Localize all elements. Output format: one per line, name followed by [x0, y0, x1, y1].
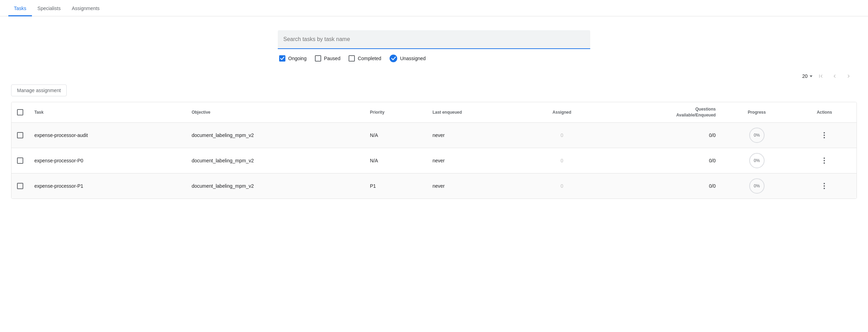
table-row: expense-processor-audit document_labelin…	[11, 122, 857, 148]
filter-paused-label: Paused	[324, 56, 340, 61]
cell-priority-1: N/A	[365, 148, 427, 173]
row-checkbox-1[interactable]	[17, 157, 23, 164]
progress-circle-2: 0%	[749, 178, 765, 194]
cell-questions-0: 0/0	[598, 122, 721, 148]
col-header-actions: Actions	[792, 102, 857, 122]
main-content: Ongoing Paused Completed Unassigned 20	[0, 16, 868, 207]
cell-task-0: expense-processor-audit	[29, 122, 186, 148]
search-container	[278, 30, 590, 49]
tab-assignments[interactable]: Assignments	[66, 0, 105, 16]
select-all-checkbox[interactable]	[17, 109, 23, 115]
filter-ongoing-label: Ongoing	[288, 56, 307, 61]
cell-objective-1: document_labeling_mpm_v2	[186, 148, 365, 173]
page-size-selector[interactable]: 20	[802, 73, 812, 79]
filter-completed-label: Completed	[358, 56, 381, 61]
tasks-table: Task Objective Priority Last enqueued As…	[11, 102, 857, 199]
cell-last-enqueued-0: never	[427, 122, 526, 148]
col-header-task: Task	[29, 102, 186, 122]
table-row: expense-processor-P0 document_labeling_m…	[11, 148, 857, 173]
search-underline	[278, 48, 590, 49]
row-checkbox-2[interactable]	[17, 183, 23, 189]
cell-questions-2: 0/0	[598, 173, 721, 199]
progress-circle-1: 0%	[749, 153, 765, 168]
cell-progress-1: 0%	[721, 148, 792, 173]
col-header-assigned: Assigned	[526, 102, 598, 122]
page-size-value: 20	[802, 73, 808, 79]
cell-priority-2: P1	[365, 173, 427, 199]
row-actions-menu-1[interactable]	[798, 156, 851, 165]
prev-page-button[interactable]	[829, 71, 840, 82]
table-header-row: Task Objective Priority Last enqueued As…	[11, 102, 857, 122]
col-header-progress: Progress	[721, 102, 792, 122]
filters-row: Ongoing Paused Completed Unassigned	[278, 55, 590, 62]
progress-circle-0: 0%	[749, 128, 765, 143]
filter-completed[interactable]: Completed	[349, 55, 381, 62]
cell-task-2: expense-processor-P1	[29, 173, 186, 199]
col-header-priority: Priority	[365, 102, 427, 122]
cell-last-enqueued-2: never	[427, 173, 526, 199]
cell-assigned-0: 0	[526, 122, 598, 148]
search-input[interactable]	[283, 36, 585, 42]
row-actions-menu-0[interactable]	[798, 131, 851, 140]
cell-objective-2: document_labeling_mpm_v2	[186, 173, 365, 199]
cell-priority-0: N/A	[365, 122, 427, 148]
tabs-bar: Tasks Specialists Assignments	[0, 0, 868, 16]
row-checkbox-0[interactable]	[17, 132, 23, 138]
checkbox-unassigned[interactable]	[390, 55, 397, 62]
search-wrapper	[278, 30, 590, 48]
cell-objective-0: document_labeling_mpm_v2	[186, 122, 365, 148]
manage-assignment-row: Manage assignment	[11, 84, 857, 96]
cell-progress-2: 0%	[721, 173, 792, 199]
checkbox-completed[interactable]	[349, 55, 355, 62]
checkbox-paused[interactable]	[315, 55, 321, 62]
pagination-row: 20	[11, 71, 857, 82]
table-row: expense-processor-P1 document_labeling_m…	[11, 173, 857, 199]
first-page-button[interactable]	[815, 71, 826, 82]
cell-progress-0: 0%	[721, 122, 792, 148]
filter-unassigned-label: Unassigned	[400, 56, 426, 61]
tab-tasks[interactable]: Tasks	[8, 0, 32, 16]
cell-actions-2	[792, 173, 857, 199]
filter-ongoing[interactable]: Ongoing	[279, 55, 307, 62]
col-header-last-enqueued: Last enqueued	[427, 102, 526, 122]
manage-assignment-button[interactable]: Manage assignment	[11, 84, 67, 96]
filter-unassigned[interactable]: Unassigned	[390, 55, 426, 62]
cell-last-enqueued-1: never	[427, 148, 526, 173]
next-page-button[interactable]	[843, 71, 854, 82]
col-header-objective: Objective	[186, 102, 365, 122]
filter-paused[interactable]: Paused	[315, 55, 340, 62]
cell-assigned-1: 0	[526, 148, 598, 173]
cell-actions-1	[792, 148, 857, 173]
cell-task-1: expense-processor-P0	[29, 148, 186, 173]
col-header-questions: QuestionsAvailable/Enqueued	[598, 102, 721, 122]
tab-specialists[interactable]: Specialists	[32, 0, 66, 16]
row-actions-menu-2[interactable]	[798, 181, 851, 191]
checkbox-ongoing[interactable]	[279, 55, 285, 62]
page-size-chevron-icon	[810, 75, 812, 77]
cell-assigned-2: 0	[526, 173, 598, 199]
cell-actions-0	[792, 122, 857, 148]
cell-questions-1: 0/0	[598, 148, 721, 173]
